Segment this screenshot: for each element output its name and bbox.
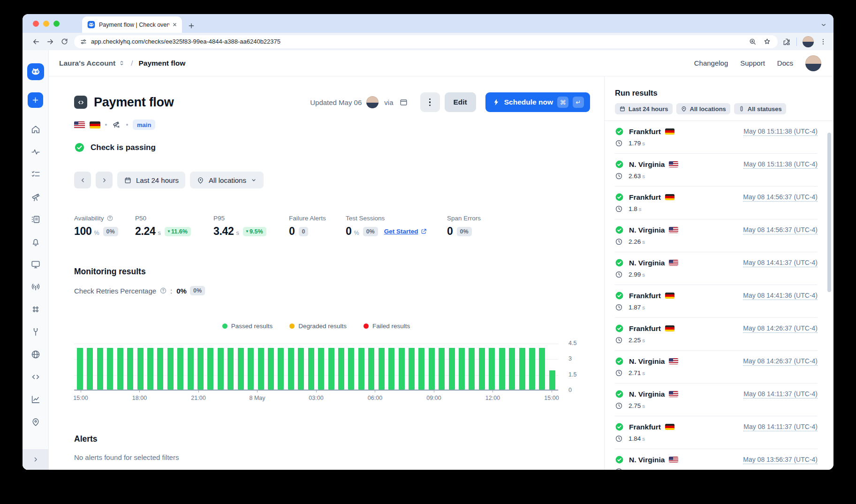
- sidebar-item-locations-icon[interactable]: [23, 411, 49, 433]
- tab-strip: Payment flow | Check overview: [23, 14, 833, 33]
- stat-label: P50: [135, 215, 213, 222]
- locations-filter[interactable]: All locations: [190, 172, 264, 188]
- scrollbar-thumb[interactable]: [827, 133, 831, 292]
- help-icon[interactable]: [159, 287, 167, 294]
- sidebar-item-telescope-icon[interactable]: [23, 186, 49, 208]
- help-icon[interactable]: [106, 215, 114, 222]
- stat-unit: %: [94, 230, 99, 238]
- run-result-item[interactable]: Frankfurt May 08 14:26:37 (UTC-4) 2.25 s: [615, 318, 818, 351]
- minimize-window-button[interactable]: [43, 21, 49, 27]
- sidebar-item-analytics-icon[interactable]: [23, 388, 49, 411]
- run-timestamp-link[interactable]: May 08 14:41:37 (UTC-4): [743, 259, 818, 267]
- chrome-menu-icon[interactable]: [819, 38, 827, 45]
- forward-button[interactable]: [43, 35, 57, 49]
- extensions-puzzle-icon[interactable]: [782, 38, 791, 46]
- tab-close-icon[interactable]: [172, 22, 177, 27]
- sidebar-item-home-icon[interactable]: [23, 118, 49, 141]
- create-new-button[interactable]: [28, 92, 43, 108]
- time-range-filter[interactable]: Last 24 hours: [117, 172, 185, 188]
- link-support[interactable]: Support: [740, 59, 765, 67]
- branch-badge[interactable]: main: [133, 120, 155, 130]
- run-status-passed-icon: [615, 455, 624, 464]
- run-duration-unit: s: [642, 370, 645, 376]
- reload-button[interactable]: [57, 35, 71, 49]
- chrome-profile-avatar[interactable]: [803, 36, 814, 47]
- run-result-item[interactable]: N. Virginia May 08 13:56:37 (UTC-4): [615, 449, 818, 470]
- trend-down-icon: ▾: [168, 229, 170, 233]
- run-duration-unit: s: [642, 338, 645, 343]
- run-timestamp-link[interactable]: May 08 14:41:36 (UTC-4): [743, 292, 818, 300]
- main-content: Payment flow Updated May 06 via Edit: [49, 76, 604, 470]
- run-timestamp-link[interactable]: May 08 15:11:38 (UTC-4): [743, 160, 818, 169]
- sidebar-item-checklist-icon[interactable]: [23, 163, 49, 186]
- sidebar-item-logs-icon[interactable]: [23, 208, 49, 231]
- stat: Test Sessions 0 % 0% Get Started: [346, 215, 447, 238]
- stat-label: Availability: [74, 215, 135, 222]
- run-duration: 1.79: [629, 140, 641, 147]
- run-timestamp-link[interactable]: May 08 14:11:37 (UTC-4): [743, 423, 818, 431]
- stat: Availability 100 % 0%: [74, 215, 135, 238]
- run-location-flag: [669, 161, 678, 167]
- stat-value: 0: [289, 225, 295, 238]
- run-timestamp-link[interactable]: May 08 14:11:37 (UTC-4): [743, 390, 818, 399]
- more-options-button[interactable]: [420, 92, 440, 112]
- link-changelog[interactable]: Changelog: [694, 59, 728, 67]
- run-location-flag: [665, 325, 674, 331]
- sidebar-item-broadcast-icon[interactable]: [23, 276, 49, 298]
- run-duration-unit: s: [642, 305, 645, 310]
- tab-list-chevron-icon[interactable]: [820, 22, 827, 28]
- run-timestamp-link[interactable]: May 08 14:26:37 (UTC-4): [743, 324, 818, 333]
- run-result-item[interactable]: N. Virginia May 08 14:11:37 (UTC-4) 2.75…: [615, 384, 818, 416]
- account-switcher[interactable]: Laura's Account: [59, 59, 125, 68]
- edit-button[interactable]: Edit: [445, 92, 476, 112]
- run-status-passed-icon: [615, 226, 624, 234]
- stat-badge: 0%: [103, 227, 118, 236]
- enter-key-icon: ↵: [573, 97, 584, 108]
- run-result-item[interactable]: Frankfurt May 08 15:11:38 (UTC-4) 1.79 s: [615, 121, 818, 154]
- sidebar-item-integrations-icon[interactable]: [23, 298, 49, 321]
- run-result-item[interactable]: Frankfurt May 08 14:41:36 (UTC-4) 1.87 s: [615, 285, 818, 318]
- run-result-item[interactable]: Frankfurt May 08 14:11:37 (UTC-4) 1.84 s: [615, 416, 818, 449]
- run-result-item[interactable]: N. Virginia May 08 14:41:37 (UTC-4) 2.99…: [615, 252, 818, 285]
- check-retries-row: Check Retries Percentage : 0% 0%: [74, 286, 604, 295]
- new-tab-button[interactable]: [188, 22, 195, 30]
- run-timestamp-link[interactable]: May 08 14:26:37 (UTC-4): [743, 357, 818, 366]
- sidebar-item-activity-icon[interactable]: [23, 141, 49, 163]
- bookmark-star-icon[interactable]: [763, 38, 771, 45]
- stat-value: 2.24: [135, 225, 156, 238]
- run-timestamp-link[interactable]: May 08 14:56:37 (UTC-4): [743, 193, 818, 202]
- sidebar-item-code-icon[interactable]: [23, 366, 49, 388]
- close-window-button[interactable]: [33, 21, 39, 27]
- monitoring-results-chart: 4.531.50 15:0018:0021:008 May03:0006:000…: [74, 344, 604, 401]
- maximize-window-button[interactable]: [53, 21, 60, 27]
- user-avatar[interactable]: [805, 55, 821, 71]
- checkly-logo[interactable]: [27, 63, 44, 80]
- locations-label: All locations: [209, 176, 246, 184]
- site-settings-icon[interactable]: [80, 38, 87, 45]
- sidebar-item-maintenance-icon[interactable]: [23, 321, 49, 343]
- de-flag-icon: [90, 121, 100, 128]
- zoom-icon[interactable]: [749, 38, 757, 45]
- link-docs[interactable]: Docs: [777, 59, 793, 67]
- run-result-item[interactable]: N. Virginia May 08 14:26:37 (UTC-4) 2.71…: [615, 351, 818, 384]
- sidebar-item-globe-icon[interactable]: [23, 343, 49, 366]
- browser-tab[interactable]: Payment flow | Check overview: [82, 16, 182, 33]
- get-started-link[interactable]: Get Started: [384, 228, 427, 235]
- previous-range-button[interactable]: [74, 172, 91, 188]
- bar-chart-plot[interactable]: [74, 344, 558, 391]
- schedule-now-button[interactable]: Schedule now ⌘ ↵: [485, 92, 590, 112]
- run-location: N. Virginia: [629, 259, 665, 267]
- run-result-item[interactable]: N. Virginia May 08 14:56:37 (UTC-4) 2.26…: [615, 219, 818, 252]
- next-range-button[interactable]: [96, 172, 113, 188]
- run-timestamp-link[interactable]: May 08 13:56:37 (UTC-4): [743, 456, 818, 464]
- clock-icon: [615, 238, 623, 246]
- run-result-item[interactable]: N. Virginia May 08 15:11:38 (UTC-4) 2.63…: [615, 154, 818, 187]
- back-button[interactable]: [29, 35, 43, 49]
- address-bar[interactable]: app.checklyhq.com/checks/ee325f83-99ea-4…: [74, 35, 778, 48]
- sidebar-item-notifications-icon[interactable]: [23, 231, 49, 253]
- run-timestamp-link[interactable]: May 08 14:56:37 (UTC-4): [743, 226, 818, 234]
- sidebar-expand-button[interactable]: [23, 449, 49, 470]
- run-timestamp-link[interactable]: May 08 15:11:38 (UTC-4): [743, 128, 818, 136]
- run-result-item[interactable]: Frankfurt May 08 14:56:37 (UTC-4) 1.8 s: [615, 187, 818, 219]
- sidebar-item-dashboards-icon[interactable]: [23, 253, 49, 276]
